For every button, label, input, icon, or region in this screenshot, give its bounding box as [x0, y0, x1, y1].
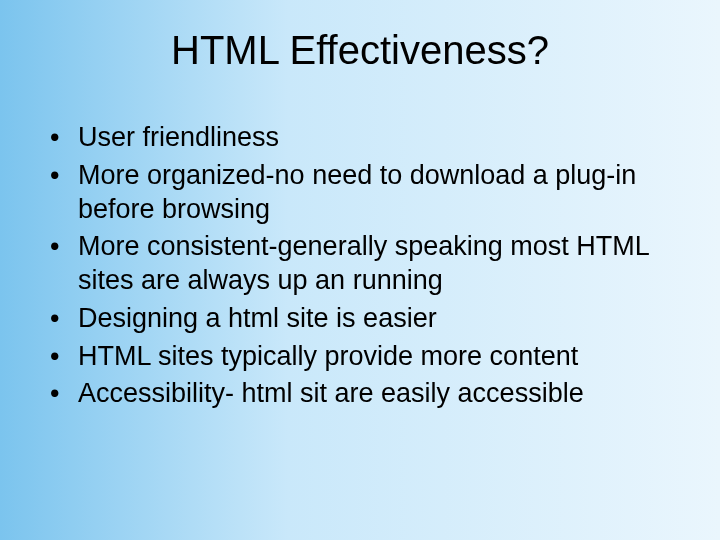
bullet-list: User friendliness More organized-no need… [40, 121, 680, 411]
list-item: More consistent-generally speaking most … [50, 230, 680, 298]
list-item: Designing a html site is easier [50, 302, 680, 336]
list-item: User friendliness [50, 121, 680, 155]
slide: HTML Effectiveness? User friendliness Mo… [0, 0, 720, 540]
list-item: Accessibility- html sit are easily acces… [50, 377, 680, 411]
list-item: More organized-no need to download a plu… [50, 159, 680, 227]
slide-title: HTML Effectiveness? [40, 28, 680, 73]
list-item: HTML sites typically provide more conten… [50, 340, 680, 374]
